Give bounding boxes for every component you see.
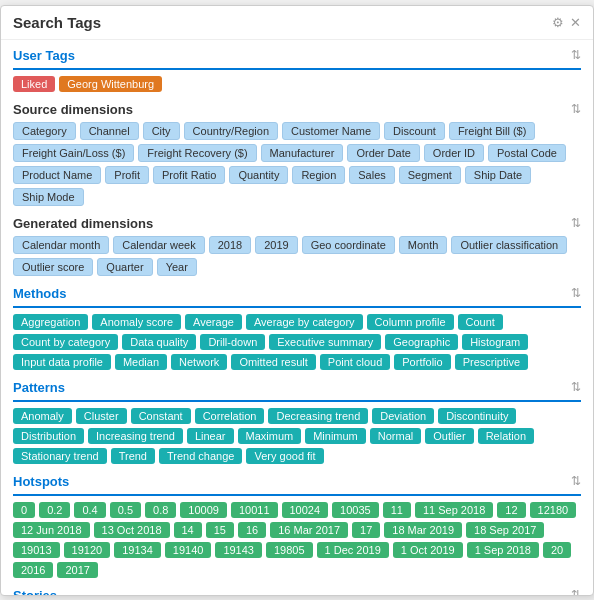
tag-item[interactable]: 1 Oct 2019	[393, 542, 463, 558]
tag-item[interactable]: 19120	[64, 542, 111, 558]
tag-item[interactable]: Order Date	[347, 144, 419, 162]
tag-item[interactable]: Cluster	[76, 408, 127, 424]
tag-item[interactable]: Liked	[13, 76, 55, 92]
tag-item[interactable]: 12	[497, 502, 525, 518]
tag-item[interactable]: Count by category	[13, 334, 118, 350]
tag-item[interactable]: Network	[171, 354, 227, 370]
tag-item[interactable]: Portfolio	[394, 354, 450, 370]
tag-item[interactable]: Maximum	[238, 428, 302, 444]
tag-item[interactable]: Discount	[384, 122, 445, 140]
tag-item[interactable]: Correlation	[195, 408, 265, 424]
tag-item[interactable]: Stationary trend	[13, 448, 107, 464]
tag-item[interactable]: 2016	[13, 562, 53, 578]
tag-item[interactable]: Ship Date	[465, 166, 531, 184]
tag-item[interactable]: Input data profile	[13, 354, 111, 370]
tag-item[interactable]: 14	[174, 522, 202, 538]
tag-item[interactable]: Region	[292, 166, 345, 184]
tag-item[interactable]: 1 Sep 2018	[467, 542, 539, 558]
tag-item[interactable]: Product Name	[13, 166, 101, 184]
tag-item[interactable]: Outlier score	[13, 258, 93, 276]
tag-item[interactable]: Order ID	[424, 144, 484, 162]
tag-item[interactable]: 2018	[209, 236, 251, 254]
tag-item[interactable]: Outlier	[425, 428, 473, 444]
tag-item[interactable]: Ship Mode	[13, 188, 84, 206]
tag-item[interactable]: Drill-down	[200, 334, 265, 350]
section-sort-icon-generated-dimensions[interactable]: ⇅	[571, 216, 581, 230]
tag-item[interactable]: Quantity	[229, 166, 288, 184]
tag-item[interactable]: 0.2	[39, 502, 70, 518]
tag-item[interactable]: 19805	[266, 542, 313, 558]
tag-item[interactable]: 1 Dec 2019	[317, 542, 389, 558]
tag-item[interactable]: Average by category	[246, 314, 363, 330]
tag-item[interactable]: Minimum	[305, 428, 366, 444]
tag-item[interactable]: Category	[13, 122, 76, 140]
tag-item[interactable]: 12180	[530, 502, 577, 518]
gear-icon[interactable]: ⚙	[552, 15, 564, 30]
tag-item[interactable]: Georg Wittenburg	[59, 76, 162, 92]
tag-item[interactable]: Discontinuity	[438, 408, 516, 424]
tag-item[interactable]: Omitted result	[231, 354, 315, 370]
tag-item[interactable]: Profit Ratio	[153, 166, 225, 184]
tag-item[interactable]: Freight Gain/Loss ($)	[13, 144, 134, 162]
tag-item[interactable]: 19134	[114, 542, 161, 558]
tag-item[interactable]: 0.5	[110, 502, 141, 518]
tag-item[interactable]: Trend change	[159, 448, 242, 464]
section-sort-icon-source-dimensions[interactable]: ⇅	[571, 102, 581, 116]
tag-item[interactable]: 17	[352, 522, 380, 538]
tag-item[interactable]: Postal Code	[488, 144, 566, 162]
tag-item[interactable]: 18 Sep 2017	[466, 522, 544, 538]
tag-item[interactable]: Outlier classification	[451, 236, 567, 254]
tag-item[interactable]: Segment	[399, 166, 461, 184]
tag-item[interactable]: Customer Name	[282, 122, 380, 140]
tag-item[interactable]: Year	[157, 258, 197, 276]
tag-item[interactable]: Channel	[80, 122, 139, 140]
tag-item[interactable]: 2019	[255, 236, 297, 254]
section-sort-icon-patterns[interactable]: ⇅	[571, 380, 581, 394]
tag-item[interactable]: 10035	[332, 502, 379, 518]
tag-item[interactable]: Data quality	[122, 334, 196, 350]
tag-item[interactable]: Linear	[187, 428, 234, 444]
tag-item[interactable]: Quarter	[97, 258, 152, 276]
tag-item[interactable]: 13 Oct 2018	[94, 522, 170, 538]
tag-item[interactable]: 16 Mar 2017	[270, 522, 348, 538]
section-sort-icon-user-tags[interactable]: ⇅	[571, 48, 581, 62]
tag-item[interactable]: Column profile	[367, 314, 454, 330]
tag-item[interactable]: Aggregation	[13, 314, 88, 330]
tag-item[interactable]: Histogram	[462, 334, 528, 350]
tag-item[interactable]: Point cloud	[320, 354, 390, 370]
tag-item[interactable]: Trend	[111, 448, 155, 464]
tag-item[interactable]: 19140	[165, 542, 212, 558]
tag-item[interactable]: Geographic	[385, 334, 458, 350]
close-icon[interactable]: ✕	[570, 15, 581, 30]
tag-item[interactable]: 2017	[57, 562, 97, 578]
tag-item[interactable]: Prescriptive	[455, 354, 528, 370]
tag-item[interactable]: Anomaly	[13, 408, 72, 424]
tag-item[interactable]: 10009	[180, 502, 227, 518]
tag-item[interactable]: Profit	[105, 166, 149, 184]
section-sort-icon-methods[interactable]: ⇅	[571, 286, 581, 300]
tag-item[interactable]: Geo coordinate	[302, 236, 395, 254]
tag-item[interactable]: 11	[383, 502, 411, 518]
tag-item[interactable]: 12 Jun 2018	[13, 522, 90, 538]
tag-item[interactable]: Deviation	[372, 408, 434, 424]
tag-item[interactable]: Count	[458, 314, 503, 330]
tag-item[interactable]: Calendar month	[13, 236, 109, 254]
section-sort-icon-stories[interactable]: ⇅	[571, 588, 581, 595]
tag-item[interactable]: Very good fit	[246, 448, 323, 464]
tag-item[interactable]: 16	[238, 522, 266, 538]
tag-item[interactable]: Increasing trend	[88, 428, 183, 444]
tag-item[interactable]: Distribution	[13, 428, 84, 444]
tag-item[interactable]: 19143	[215, 542, 262, 558]
tag-item[interactable]: Decreasing trend	[268, 408, 368, 424]
tag-item[interactable]: 15	[206, 522, 234, 538]
tag-item[interactable]: 19013	[13, 542, 60, 558]
tag-item[interactable]: 18 Mar 2019	[384, 522, 462, 538]
tag-item[interactable]: Manufacturer	[261, 144, 344, 162]
tag-item[interactable]: Sales	[349, 166, 395, 184]
tag-item[interactable]: Median	[115, 354, 167, 370]
tag-item[interactable]: Constant	[131, 408, 191, 424]
tag-item[interactable]: Anomaly score	[92, 314, 181, 330]
tag-item[interactable]: Freight Bill ($)	[449, 122, 535, 140]
section-sort-icon-hotspots[interactable]: ⇅	[571, 474, 581, 488]
tag-item[interactable]: Month	[399, 236, 448, 254]
